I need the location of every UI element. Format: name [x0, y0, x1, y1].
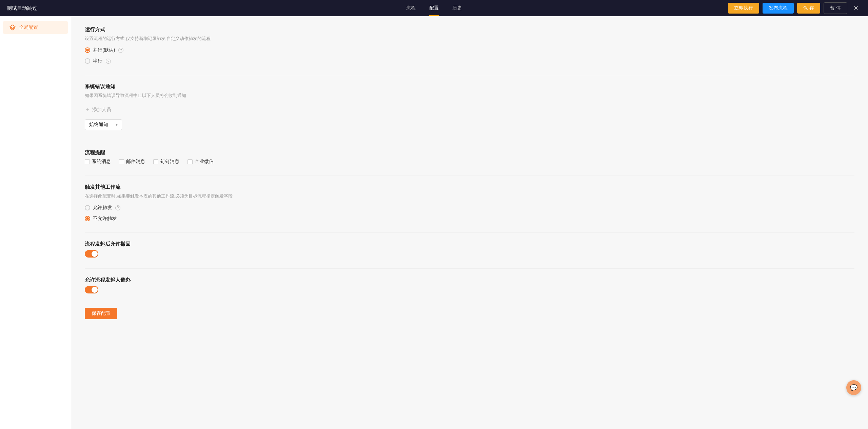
checkbox-dingding-label: 钉钉消息: [160, 159, 179, 165]
radio-serial[interactable]: 串行 ?: [85, 58, 854, 64]
toggle-revoke-knob: [92, 251, 98, 257]
execute-button[interactable]: 立即执行: [728, 3, 759, 14]
topbar-actions: 立即执行 发布流程 保 存 暂 停 ✕: [728, 2, 861, 14]
checkbox-sys-msg-label: 系统消息: [92, 159, 111, 165]
error-notification-desc: 如果因系统错误导致流程中止以下人员将会收到通知: [85, 93, 854, 99]
sidebar-item-global-config[interactable]: 全局配置: [3, 21, 68, 34]
tab-config[interactable]: 配置: [429, 0, 439, 16]
allow-revoke-toggle[interactable]: [85, 250, 98, 258]
run-mode-title: 运行方式: [85, 26, 854, 33]
chevron-down-icon: ▾: [116, 122, 118, 127]
allow-revoke-toggle-wrap: [85, 250, 854, 258]
pause-button[interactable]: 暂 停: [824, 2, 847, 14]
chat-icon: 💬: [850, 384, 857, 391]
run-mode-section: 运行方式 设置流程的运行方式,仅支持新增记录触发,自定义动作触发的流程 并行(默…: [85, 26, 854, 64]
trigger-other-section: 触发其他工作流 在选择此配置时,如果要触发本表的其他工作流,必须为目标流程指定触…: [85, 184, 854, 222]
add-icon: ＋: [85, 106, 90, 113]
divider-3: [85, 176, 854, 176]
topbar: 测试自动跳过 流程 配置 历史 立即执行 发布流程 保 存 暂 停 ✕: [0, 0, 868, 16]
allow-initiator-urge-toggle-wrap: [85, 286, 854, 293]
flow-reminder-checkbox-group: 系统消息 邮件消息 钉钉消息 企业微信: [85, 159, 854, 165]
checkbox-sys-msg-box: [85, 159, 90, 164]
app-title: 测试自动跳过: [7, 5, 37, 12]
run-mode-radio-group: 并行(默认) ? 串行 ?: [85, 47, 854, 64]
close-button[interactable]: ✕: [851, 3, 861, 13]
tab-history[interactable]: 历史: [452, 0, 462, 16]
flow-reminder-title: 流程提醒: [85, 149, 854, 156]
checkbox-wechat-box: [188, 159, 193, 164]
radio-disallow-trigger[interactable]: 不允许触发: [85, 216, 854, 222]
checkbox-wechat[interactable]: 企业微信: [188, 159, 214, 165]
divider-2: [85, 141, 854, 141]
radio-allow-circle: [85, 205, 90, 210]
sidebar: 全局配置: [0, 16, 71, 429]
publish-button[interactable]: 发布流程: [763, 3, 794, 14]
allow-initiator-urge-section: 允许流程发起人催办: [85, 277, 854, 293]
error-notification-title: 系统错误通知: [85, 83, 854, 90]
radio-disallow-dot: [86, 217, 89, 220]
trigger-other-title: 触发其他工作流: [85, 184, 854, 190]
radio-parallel-circle: [85, 47, 90, 53]
checkbox-sys-msg[interactable]: 系统消息: [85, 159, 111, 165]
radio-serial-circle: [85, 58, 90, 64]
flow-reminder-section: 流程提醒 系统消息 邮件消息 钉钉消息 企业微信: [85, 149, 854, 165]
toggle-urge-knob: [92, 287, 98, 293]
add-member-label: 添加人员: [92, 107, 111, 113]
save-button[interactable]: 保 存: [797, 3, 820, 14]
error-notification-section: 系统错误通知 如果因系统错误导致流程中止以下人员将会收到通知 ＋ 添加人员 始终…: [85, 83, 854, 130]
trigger-other-desc: 在选择此配置时,如果要触发本表的其他工作流,必须为目标流程指定触发字段: [85, 193, 854, 199]
radio-disallow-circle: [85, 216, 90, 221]
main-content: 运行方式 设置流程的运行方式,仅支持新增记录触发,自定义动作触发的流程 并行(默…: [71, 16, 868, 429]
layers-icon: [9, 24, 16, 30]
trigger-other-radio-group: 允许触发 ? 不允许触发: [85, 205, 854, 222]
checkbox-email-box: [119, 159, 124, 164]
allow-revoke-section: 流程发起后允许撤回: [85, 241, 854, 258]
allow-initiator-urge-title: 允许流程发起人催办: [85, 277, 854, 283]
checkbox-dingding[interactable]: 钉钉消息: [153, 159, 179, 165]
allow-initiator-urge-toggle[interactable]: [85, 286, 98, 293]
divider-1: [85, 75, 854, 75]
notification-dropdown-label: 始终通知: [89, 122, 108, 128]
allow-trigger-help-icon[interactable]: ?: [115, 205, 120, 210]
radio-allow-label: 允许触发: [93, 205, 112, 211]
checkbox-dingding-box: [153, 159, 158, 164]
radio-allow-trigger[interactable]: 允许触发 ?: [85, 205, 854, 211]
radio-serial-label: 串行: [93, 58, 102, 64]
radio-parallel-dot: [86, 49, 89, 52]
tab-flow[interactable]: 流程: [406, 0, 416, 16]
sidebar-item-label: 全局配置: [19, 24, 38, 30]
save-config-button[interactable]: 保存配置: [85, 308, 117, 319]
divider-4: [85, 232, 854, 233]
checkbox-wechat-label: 企业微信: [195, 159, 214, 165]
add-member-button[interactable]: ＋ 添加人员: [85, 104, 854, 115]
allow-revoke-title: 流程发起后允许撤回: [85, 241, 854, 247]
radio-parallel[interactable]: 并行(默认) ?: [85, 47, 854, 53]
radio-parallel-label: 并行(默认): [93, 47, 115, 53]
radio-disallow-label: 不允许触发: [93, 216, 117, 222]
notification-dropdown[interactable]: 始终通知 ▾: [85, 119, 122, 130]
divider-5: [85, 268, 854, 269]
float-chat-button[interactable]: 💬: [846, 380, 861, 395]
run-mode-desc: 设置流程的运行方式,仅支持新增记录触发,自定义动作触发的流程: [85, 36, 854, 42]
parallel-help-icon[interactable]: ?: [118, 48, 123, 53]
serial-help-icon[interactable]: ?: [106, 59, 111, 64]
layout: 全局配置 运行方式 设置流程的运行方式,仅支持新增记录触发,自定义动作触发的流程…: [0, 16, 868, 429]
checkbox-email[interactable]: 邮件消息: [119, 159, 145, 165]
nav-tabs: 流程 配置 历史: [406, 0, 462, 16]
checkbox-email-label: 邮件消息: [126, 159, 145, 165]
